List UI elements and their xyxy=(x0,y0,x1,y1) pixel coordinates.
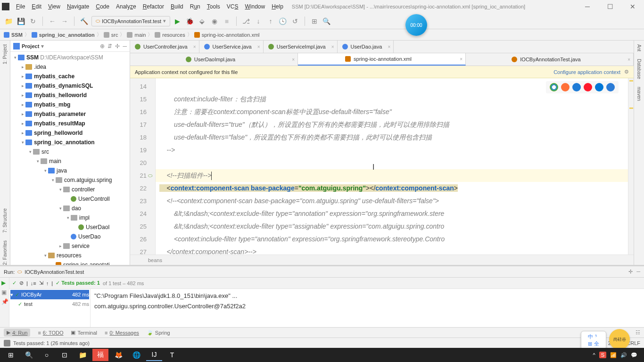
sogou-icon[interactable]: S xyxy=(599,352,606,358)
update-icon[interactable]: ↓ xyxy=(254,16,263,26)
status-icon[interactable] xyxy=(4,340,10,346)
hide-icon[interactable]: ─ xyxy=(123,43,127,49)
code-stripe[interactable] xyxy=(628,78,634,255)
intellij-task-icon[interactable]: IJ xyxy=(146,349,162,361)
strip-database[interactable]: Database xyxy=(636,59,642,79)
open-icon[interactable]: 📁 xyxy=(4,16,13,26)
collapse-icon[interactable]: ↑ xyxy=(46,280,49,286)
menu-file[interactable]: File xyxy=(13,2,28,11)
history-icon[interactable]: 🕓 xyxy=(278,16,288,26)
btab-terminal[interactable]: ▣ Terminal xyxy=(71,329,97,336)
event-log-icon[interactable]: ☷ xyxy=(636,329,640,336)
btab-spring[interactable]: 🍃 Spring xyxy=(147,329,170,336)
build-icon[interactable]: 🔨 xyxy=(79,16,89,26)
code-content[interactable]: context:include-filter：包含扫描 注意：需要在contex… xyxy=(156,78,628,255)
bc-file[interactable]: spring-ioc-annotation.xml xyxy=(194,32,260,38)
collapse-icon[interactable]: ⇵ xyxy=(107,43,112,49)
chrome-icon[interactable] xyxy=(550,83,558,91)
run-icon[interactable]: ▶ xyxy=(173,16,182,26)
test-tree[interactable]: ▾✓IOCByAr482 ms ✓test482 ms xyxy=(9,289,91,327)
target-icon[interactable]: ⊕ xyxy=(100,43,105,49)
ie-icon[interactable] xyxy=(595,83,603,91)
bc-resources[interactable]: resources xyxy=(155,32,185,38)
tab-usercontroller[interactable]: UserController.java× xyxy=(130,41,199,53)
expand-icon[interactable]: ⇲ xyxy=(39,280,43,286)
chrome-task-icon[interactable]: 🌐 xyxy=(128,349,144,361)
commit-icon[interactable]: ↑ xyxy=(266,16,275,26)
tab-userdao[interactable]: UserDao.java× xyxy=(338,41,394,53)
rerun-icon[interactable]: ▶ xyxy=(1,280,8,286)
timer-widget[interactable]: 00:00 xyxy=(405,14,427,36)
firefox-icon[interactable] xyxy=(561,83,570,91)
strip-maven[interactable]: maven xyxy=(636,87,642,101)
menu-refactor[interactable]: Refactor xyxy=(140,2,167,11)
run-pin-icon[interactable]: 📌 xyxy=(1,298,8,305)
tab-iocbyannotationtest[interactable]: IOCByAnnotationTest.java× xyxy=(466,53,634,66)
tray-up-icon[interactable]: ^ xyxy=(593,352,595,358)
ime-badge[interactable]: 中 ⁵⊞ 全 xyxy=(581,331,606,350)
sort-icon[interactable]: ↓≡ xyxy=(31,280,36,286)
test-node[interactable]: ✓test482 ms xyxy=(10,299,89,309)
menu-help[interactable]: Help xyxy=(269,2,286,11)
strip-project[interactable]: 1: Project xyxy=(2,44,8,64)
bc-src[interactable]: src xyxy=(104,32,118,38)
explorer-icon[interactable]: 📁 xyxy=(74,349,91,361)
tab-spring-ioc-xml[interactable]: spring-ioc-annotation.xml× xyxy=(298,53,466,66)
start-icon[interactable]: ⊞ xyxy=(3,349,19,361)
structure-icon[interactable]: ⊞ xyxy=(310,16,319,26)
tab-userservice[interactable]: UserService.java× xyxy=(199,41,264,53)
back-icon[interactable]: ← xyxy=(48,16,57,26)
save-icon[interactable]: 💾 xyxy=(16,16,25,26)
code-breadcrumb[interactable]: beans xyxy=(130,255,634,265)
run-settings-icon[interactable]: ✢ xyxy=(628,269,633,275)
tab-userserviceimpl[interactable]: UserServiceImpl.java× xyxy=(264,41,338,53)
menu-run[interactable]: Run xyxy=(187,2,203,11)
configure-context-link[interactable]: Configure application context xyxy=(553,69,620,75)
maximize-button[interactable]: ☐ xyxy=(601,3,619,10)
opera-icon[interactable] xyxy=(584,83,592,91)
btab-todo[interactable]: ≡ 6: TODO xyxy=(38,330,63,336)
strip-favorites[interactable]: 2: Favorites xyxy=(2,240,8,265)
tab-userdaoimpl[interactable]: UserDaoImpl.java× xyxy=(130,53,298,66)
typora-task-icon[interactable]: T xyxy=(164,349,180,361)
menu-navigate[interactable]: Navigate xyxy=(64,2,92,11)
app1-icon[interactable]: 福 xyxy=(92,349,108,361)
run-config-selector[interactable]: ⬭ IOCByAnnotationTest.test ▾ xyxy=(91,16,170,26)
stop-icon[interactable]: ■ xyxy=(222,16,231,26)
spring-bean-icon[interactable]: ⬭ xyxy=(148,169,152,182)
menu-vcs[interactable]: VCS xyxy=(224,2,241,11)
tray-volume-icon[interactable]: 🔊 xyxy=(620,352,627,358)
menu-window[interactable]: Window xyxy=(242,2,268,11)
cortana-icon[interactable]: ○ xyxy=(39,349,55,361)
revert-icon[interactable]: ↺ xyxy=(290,16,300,26)
search-icon[interactable]: 🔍 xyxy=(322,16,331,26)
bc-ssm[interactable]: SSM xyxy=(4,32,23,38)
btab-run[interactable]: ▶ 4: Run xyxy=(4,329,30,337)
debug-icon[interactable]: 🐞 xyxy=(185,16,195,26)
safari-icon[interactable] xyxy=(572,83,581,91)
pass-filter-icon[interactable]: ✓ xyxy=(12,280,17,286)
forward-icon[interactable]: → xyxy=(60,16,69,26)
menu-view[interactable]: View xyxy=(45,2,63,11)
menu-code[interactable]: Code xyxy=(93,2,112,11)
taskview-icon[interactable]: ⊡ xyxy=(57,349,73,361)
menu-tools[interactable]: Tools xyxy=(204,2,223,11)
tray-notif-icon[interactable]: 💬 xyxy=(631,352,637,358)
strip-structure[interactable]: 7: Structure xyxy=(2,208,8,233)
menu-analyze[interactable]: Analyze xyxy=(113,2,139,11)
close-button[interactable]: ✕ xyxy=(623,3,642,10)
search-task-icon[interactable]: 🔍 xyxy=(21,349,37,361)
btab-messages[interactable]: ≡ 0: Messages xyxy=(105,330,139,336)
tray-wifi-icon[interactable]: 📶 xyxy=(610,352,617,358)
gear-icon[interactable]: ⚙ xyxy=(624,69,629,75)
edge-icon[interactable] xyxy=(606,83,615,91)
project-tree[interactable]: ▾SSM D:\IDEA\workspace\SSM ▸.idea ▸mybat… xyxy=(10,52,130,265)
minimize-button[interactable]: ─ xyxy=(578,3,597,10)
fail-filter-icon[interactable]: ⊘ xyxy=(19,280,24,286)
profile-icon[interactable]: ◉ xyxy=(210,16,219,26)
menu-build[interactable]: Build xyxy=(168,2,186,11)
vcs-icon[interactable]: ⎇ xyxy=(241,16,251,26)
bc-main[interactable]: main xyxy=(127,32,146,38)
refresh-icon[interactable]: ↻ xyxy=(28,16,38,26)
menu-edit[interactable]: Edit xyxy=(29,2,44,11)
